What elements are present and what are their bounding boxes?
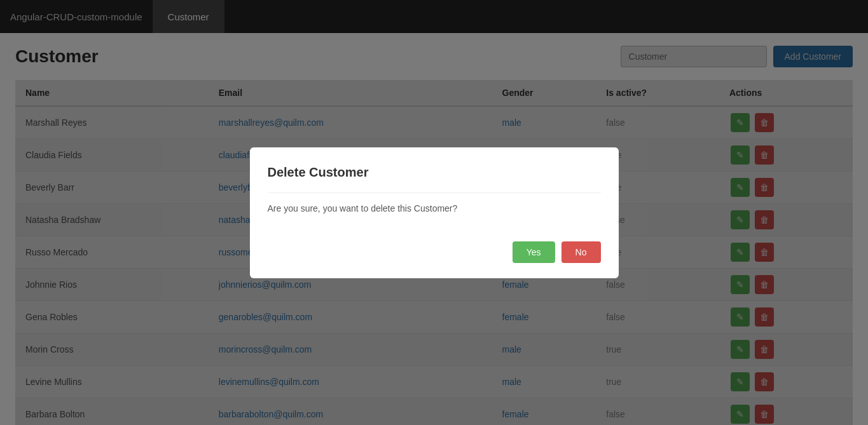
delete-modal: Delete Customer Are you sure, you want t… — [250, 147, 619, 278]
modal-yes-button[interactable]: Yes — [513, 241, 555, 263]
modal-overlay: Delete Customer Are you sure, you want t… — [0, 0, 868, 425]
modal-no-button[interactable]: No — [561, 241, 601, 263]
modal-body: Are you sure, you want to delete this Cu… — [268, 203, 601, 224]
modal-footer: Yes No — [268, 241, 601, 263]
modal-title: Delete Customer — [268, 165, 601, 180]
